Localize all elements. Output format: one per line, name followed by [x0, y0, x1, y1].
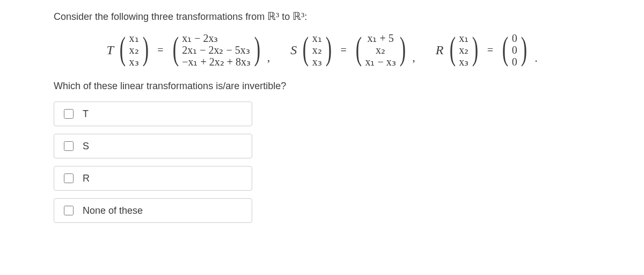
S-in-3: x₃	[312, 56, 322, 68]
option-none-label: None of these	[83, 205, 143, 216]
R-out-3: 0	[512, 56, 517, 68]
paren-right-icon: )	[399, 32, 405, 68]
paren-left-icon: (	[355, 32, 361, 68]
R-out-1: 0	[512, 32, 517, 44]
space-to: ℝ³	[292, 10, 304, 22]
T-out-1: x₁ − 2x₃	[182, 32, 251, 44]
prompt-suffix: :	[304, 11, 307, 22]
transform-S: S ( x₁ x₂ x₃ ) = ( x₁ + 5 x₂ x₁ − x₃ ) ,	[290, 32, 416, 68]
period-icon: .	[532, 52, 537, 64]
paren-right-icon: )	[142, 32, 148, 68]
transform-S-output-vector: ( x₁ + 5 x₂ x₁ − x₃ )	[353, 32, 408, 68]
T-in-2: x₂	[129, 44, 139, 56]
paren-right-icon: )	[472, 32, 478, 68]
equals-icon: =	[154, 44, 166, 56]
transform-T-input-vector: ( x₁ x₂ x₃ )	[117, 32, 151, 68]
option-S-label: S	[83, 141, 89, 152]
option-T-label: T	[83, 108, 89, 120]
transform-R-input-vector: ( x₁ x₂ x₃ )	[447, 32, 481, 68]
equals-icon: =	[484, 44, 496, 56]
paren-left-icon: (	[303, 32, 309, 68]
paren-left-icon: (	[120, 32, 126, 68]
transform-R-output-vector: ( 0 0 0 )	[500, 32, 529, 68]
paren-left-icon: (	[449, 32, 455, 68]
paren-right-icon: )	[521, 32, 526, 68]
prompt-text: Consider the following three transformat…	[54, 10, 590, 23]
transform-T-output-vector: ( x₁ − 2x₃ 2x₁ − 2x₂ − 5x₃ −x₁ + 2x₂ + 8…	[170, 32, 263, 68]
option-R-label: R	[83, 173, 90, 184]
option-none-checkbox[interactable]	[64, 206, 74, 215]
space-from: ℝ³	[267, 10, 279, 22]
transform-R: R ( x₁ x₂ x₃ ) = ( 0 0 0 ) .	[436, 32, 538, 68]
paren-left-icon: (	[502, 32, 508, 68]
S-out-2: x₂	[365, 44, 396, 56]
R-out-2: 0	[512, 44, 517, 56]
comma-icon: ,	[411, 50, 416, 64]
S-out-3: x₁ − x₃	[365, 56, 396, 68]
transform-S-name: S	[290, 43, 297, 57]
paren-right-icon: )	[325, 32, 331, 68]
prompt-mid: to	[279, 11, 292, 22]
R-in-1: x₁	[459, 32, 469, 44]
S-in-2: x₂	[312, 44, 322, 56]
S-in-1: x₁	[312, 32, 322, 44]
R-in-3: x₃	[459, 56, 469, 68]
R-in-2: x₂	[459, 44, 469, 56]
option-T-checkbox[interactable]	[64, 109, 74, 119]
prompt-prefix: Consider the following three transformat…	[54, 11, 267, 22]
option-R[interactable]: R	[54, 166, 252, 191]
transform-R-name: R	[436, 43, 444, 57]
equals-icon: =	[337, 44, 349, 56]
transform-T-name: T	[107, 43, 114, 57]
transformations-block: T ( x₁ x₂ x₃ ) = ( x₁ − 2x₃ 2x₁ − 2x₂ − …	[54, 32, 590, 68]
comma-icon: ,	[266, 50, 272, 64]
transform-T: T ( x₁ x₂ x₃ ) = ( x₁ − 2x₃ 2x₁ − 2x₂ − …	[107, 32, 272, 68]
options-list: T S R None of these	[54, 102, 252, 223]
option-S[interactable]: S	[54, 134, 252, 158]
question-text: Which of these linear transformations is…	[54, 81, 590, 92]
paren-left-icon: (	[172, 32, 178, 68]
option-none[interactable]: None of these	[54, 198, 252, 223]
option-T[interactable]: T	[54, 102, 252, 126]
option-S-checkbox[interactable]	[64, 141, 74, 151]
T-in-3: x₃	[129, 56, 139, 68]
S-out-1: x₁ + 5	[365, 32, 396, 44]
T-out-3: −x₁ + 2x₂ + 8x₃	[182, 56, 251, 68]
option-R-checkbox[interactable]	[64, 173, 74, 183]
T-in-1: x₁	[129, 32, 139, 44]
paren-right-icon: )	[254, 32, 260, 68]
transform-S-input-vector: ( x₁ x₂ x₃ )	[300, 32, 334, 68]
T-out-2: 2x₁ − 2x₂ − 5x₃	[182, 44, 251, 56]
